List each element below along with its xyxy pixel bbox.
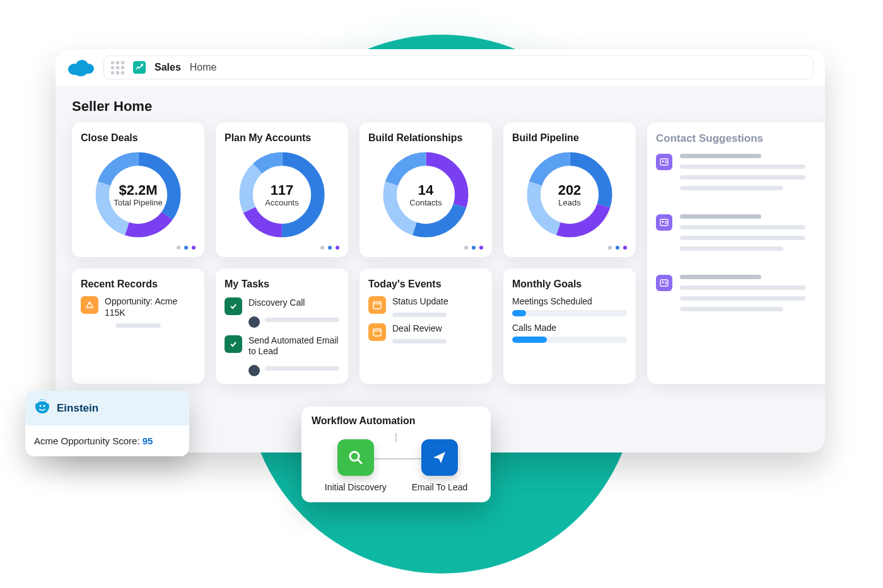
einstein-score-label: Acme Opportunity Score: <box>34 435 140 446</box>
card-my-tasks: My Tasks Discovery Call Send Automated E… <box>216 268 348 384</box>
card-pager[interactable] <box>81 242 196 250</box>
contact-card-icon <box>656 275 672 291</box>
top-bar: Sales Home <box>56 49 825 86</box>
suggestion-item[interactable] <box>656 214 825 257</box>
calendar-icon <box>368 296 386 314</box>
event-item[interactable]: Deal Review <box>368 323 483 344</box>
card-build-relationships[interactable]: Build Relationships 14 Contacts <box>360 122 492 257</box>
calendar-icon <box>368 323 386 341</box>
card-title: Today's Events <box>368 279 483 290</box>
app-name: Sales <box>155 62 181 73</box>
search-icon <box>337 439 374 476</box>
svg-rect-33 <box>373 302 381 309</box>
card-title: Build Pipeline <box>512 132 627 144</box>
record-item[interactable]: Opportunity: Acme 115K <box>81 296 196 318</box>
salesforce-logo-icon <box>67 58 95 77</box>
avatar-icon <box>249 365 260 376</box>
card-title: Monthly Goals <box>512 279 627 290</box>
goal-label: Meetings Scheduled <box>512 296 627 306</box>
card-title: Recent Records <box>81 279 196 290</box>
svg-rect-20 <box>660 159 668 165</box>
card-plan-accounts[interactable]: Plan My Accounts 117 Accounts <box>216 122 348 257</box>
suggestion-item[interactable] <box>656 154 825 197</box>
workflow-popout[interactable]: Workflow Automation Initial Discovery Em… <box>301 406 491 502</box>
svg-rect-27 <box>665 223 667 224</box>
svg-point-3 <box>74 66 88 76</box>
app-launcher-icon[interactable] <box>110 61 124 74</box>
workflow-title: Workflow Automation <box>312 415 481 427</box>
svg-rect-23 <box>665 163 667 163</box>
svg-point-29 <box>662 281 664 283</box>
card-title: My Tasks <box>225 279 339 290</box>
task-item[interactable]: Send Automated Email to Lead <box>225 335 339 376</box>
placeholder-line <box>115 323 161 328</box>
einstein-icon <box>34 398 50 418</box>
contact-card-icon <box>656 154 672 170</box>
card-title: Build Relationships <box>368 132 483 144</box>
card-monthly-goals: Monthly Goals Meetings Scheduled Calls M… <box>503 268 636 384</box>
global-nav[interactable]: Sales Home <box>103 55 814 79</box>
workflow-node-email[interactable]: Email To Lead <box>412 439 467 492</box>
card-pager[interactable] <box>368 242 483 250</box>
card-title: Close Deals <box>81 132 196 144</box>
svg-line-41 <box>358 459 361 463</box>
task-item[interactable]: Discovery Call <box>225 297 339 328</box>
checkbox-checked-icon[interactable] <box>225 335 242 353</box>
svg-rect-31 <box>665 284 667 284</box>
svg-rect-26 <box>665 221 667 222</box>
send-icon <box>421 439 458 476</box>
suggestion-item[interactable] <box>656 275 825 318</box>
donut-center: $2.2M Total Pipeline <box>114 182 162 208</box>
event-item[interactable]: Status Update <box>368 296 483 317</box>
einstein-title: Einstein <box>57 402 98 415</box>
svg-rect-22 <box>665 161 667 161</box>
einstein-score-value: 95 <box>143 435 153 446</box>
card-pager[interactable] <box>512 242 627 250</box>
svg-rect-30 <box>665 282 667 282</box>
card-build-pipeline[interactable]: Build Pipeline 202 Leads <box>503 122 636 257</box>
progress-bar <box>512 337 627 343</box>
card-title: Plan My Accounts <box>225 132 339 144</box>
contact-card-icon <box>656 214 672 231</box>
card-title: Contact Suggestions <box>656 132 825 145</box>
svg-point-32 <box>89 303 90 304</box>
einstein-popout[interactable]: Einstein Acme Opportunity Score: 95 <box>25 391 189 456</box>
svg-rect-28 <box>660 280 668 286</box>
card-pager[interactable] <box>225 242 339 250</box>
progress-bar <box>512 310 627 316</box>
card-contact-suggestions: Contact Suggestions <box>647 122 825 384</box>
nav-tab-home[interactable]: Home <box>190 62 217 73</box>
sales-app-icon <box>133 61 146 74</box>
page-title: Seller Home <box>56 86 825 122</box>
opportunity-icon <box>81 296 98 314</box>
goal-label: Calls Made <box>512 323 627 333</box>
workflow-node-discovery[interactable]: Initial Discovery <box>325 439 387 492</box>
svg-point-21 <box>662 160 664 162</box>
avatar-icon <box>249 316 260 328</box>
svg-rect-35 <box>373 329 381 336</box>
svg-point-39 <box>43 405 45 406</box>
svg-point-38 <box>39 405 41 406</box>
card-recent-records: Recent Records Opportunity: Acme 115K <box>72 268 204 384</box>
card-todays-events: Today's Events Status Update Deal Review <box>360 268 492 384</box>
svg-rect-24 <box>660 219 668 226</box>
checkbox-checked-icon[interactable] <box>225 297 242 315</box>
svg-point-25 <box>662 221 664 222</box>
card-close-deals[interactable]: Close Deals $2.2M Total Pipeline <box>72 122 204 257</box>
